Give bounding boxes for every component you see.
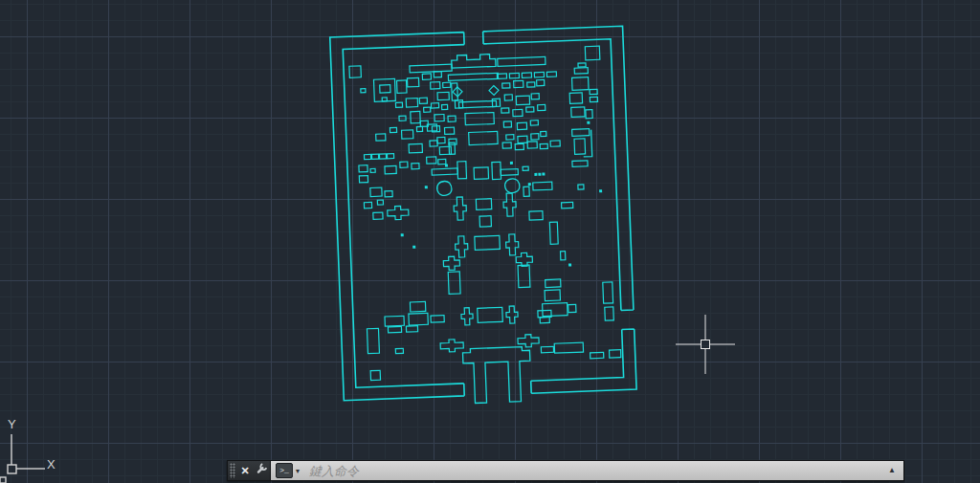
wrench-icon [256, 461, 269, 474]
command-input-area[interactable]: >_ ▾ ▲ [270, 461, 903, 480]
command-bar[interactable]: ✕ >_ ▾ ▲ [227, 460, 904, 481]
customize-wrench-icon[interactable] [255, 461, 270, 480]
ucs-y-label: Y [8, 417, 16, 431]
command-prompt-icon[interactable]: >_ [276, 463, 293, 478]
crosshair-cursor [676, 315, 735, 374]
command-bar-handle-group: ✕ [228, 461, 270, 480]
drag-grip[interactable] [230, 463, 235, 478]
ucs-x-label: X [47, 457, 56, 472]
recent-commands-dropdown-icon[interactable]: ▾ [296, 467, 300, 475]
origin-fragment [0, 477, 6, 483]
cad-viewport: Y X [0, 0, 980, 483]
palace-plan-drawing [330, 26, 637, 407]
ucs-icon: Y X [0, 417, 56, 483]
expand-command-history-icon[interactable]: ▲ [888, 467, 896, 474]
close-icon[interactable]: ✕ [237, 461, 253, 480]
model-space-canvas[interactable]: Y X ✕ >_ ▾ ▲ [0, 0, 980, 483]
command-input[interactable] [307, 463, 903, 479]
